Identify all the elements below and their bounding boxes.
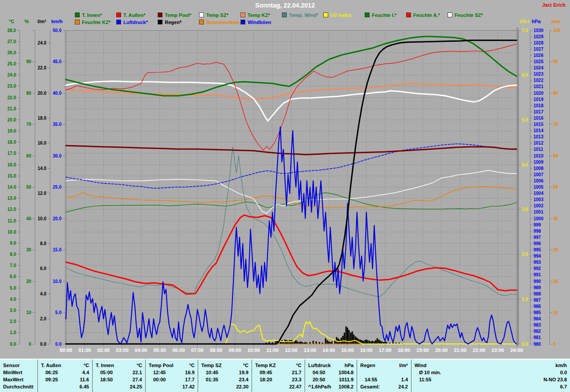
- avg-value: 6.45: [80, 383, 92, 390]
- min-time: Ø 10 min.: [411, 369, 441, 376]
- legend-label: T. Außen*: [123, 12, 146, 18]
- avg-label: [198, 383, 201, 390]
- axis-tick-label-hpa: 1029: [533, 34, 544, 39]
- axis-tick-label-hpa: 1017: [533, 109, 544, 114]
- axis-tick-label-hpa: 1015: [533, 122, 544, 127]
- axis-tick-label-hpa: 1016: [533, 116, 544, 121]
- legend-item-feuchte-a-[interactable]: Feuchte A.*: [406, 12, 440, 19]
- axis-tick-label-hpa: 1007: [533, 172, 544, 177]
- x-axis-label: 24:00: [510, 348, 523, 353]
- axis-tick-label-tempC: 17.0: [8, 151, 16, 156]
- axis-tick-label-lm2: 10.0: [38, 216, 47, 221]
- x-axis-label: 21:00: [454, 348, 466, 353]
- legend-item-feuchte-sz-[interactable]: Feuchte SZ*: [448, 12, 483, 19]
- max-value: 23.4: [239, 376, 252, 383]
- axis-tick-label-min: 100: [553, 28, 561, 33]
- legend-item-regen-[interactable]: Regen*: [158, 20, 182, 26]
- axis-tick-label-kmh: 45.0: [53, 59, 62, 64]
- axis-tick-label-lm2: 6.0: [40, 266, 46, 271]
- app-window: { "title": {"date": "Sonntag, 22.04.2012…: [0, 0, 570, 392]
- axis-tick-label-uv: 6.0: [522, 73, 528, 77]
- legend-item-feuchte-kz-[interactable]: Feuchte KZ*: [75, 20, 110, 26]
- axis-tick-label-tempC: 4.0: [10, 297, 16, 302]
- avg-value: 1008.2: [338, 383, 357, 390]
- axis-tick-label-tempC: 5.0: [10, 286, 16, 291]
- sensor-unit: °C: [189, 362, 198, 369]
- axis-tick-label-tempC: 23.0: [8, 84, 16, 89]
- legend-item-windb-en[interactable]: Windböen: [240, 20, 271, 26]
- axis-tick-label-pct: 20: [26, 279, 32, 284]
- weather-chart: 0.01.02.03.04.05.06.07.08.09.010.011.012…: [0, 0, 570, 359]
- axis-tick-label-hpa: 1019: [533, 97, 544, 102]
- axis-tick-label-hpa: 1009: [533, 160, 544, 165]
- x-axis-label: 09:00: [228, 348, 241, 353]
- axis-tick-label-hpa: 983: [533, 323, 541, 327]
- max-value: 1011.9: [339, 376, 357, 383]
- legend-item-temp-sz-[interactable]: Temp SZ*: [199, 12, 228, 19]
- axis-tick-label-uv: 1.0: [522, 297, 528, 302]
- legend-label: Feuchte I.*: [372, 12, 397, 18]
- legend-item-t-au-en-[interactable]: T. Außen*: [116, 12, 146, 19]
- axis-tick-label-hpa: 995: [533, 247, 541, 252]
- axis-tick-label-hpa: 999: [533, 222, 541, 227]
- legend-item-temp-pool-[interactable]: Temp Pool*: [158, 12, 191, 19]
- max-value: 11.6: [80, 376, 92, 383]
- axis-tick-label-hpa: 1030: [533, 28, 544, 33]
- legend-label: Feuchte A.*: [413, 12, 440, 18]
- x-axis-label: 22:00: [473, 348, 485, 353]
- table-col-t-au-en: T. Außen°C06:254.409:2511.66.45: [38, 360, 93, 392]
- axis-tick-label-hpa: 1013: [533, 134, 544, 139]
- legend-color-swatch: [116, 20, 121, 24]
- legend-item-sonnenschein[interactable]: Sonnenschein: [199, 20, 240, 26]
- axis-tick-label-tempC: 18.0: [8, 140, 16, 145]
- avg-label: [38, 383, 41, 390]
- legend-label: Temp Pool*: [165, 12, 191, 18]
- legend-color-swatch: [158, 20, 163, 24]
- min-time: 05:00: [93, 369, 113, 376]
- x-axis-label: 17:00: [379, 348, 391, 353]
- x-axis-label: 07:00: [191, 348, 204, 353]
- avg-value: 22.30: [236, 383, 252, 390]
- axis-tick-label-kmh: 30.0: [53, 154, 62, 158]
- legend-item-uv-index[interactable]: UV Index: [323, 12, 351, 19]
- legend-row-1: T. Innen*T. Außen*Temp Pool*Temp SZ*Temp…: [0, 12, 570, 19]
- axis-tick-label-pct: 40: [26, 216, 32, 221]
- axis-tick-label-tempC: 7.0: [10, 263, 16, 268]
- legend-label: Feuchte KZ*: [82, 20, 110, 25]
- axis-tick-label-tempC: 9.0: [10, 241, 16, 246]
- axis-tick-label-hpa: 985: [533, 310, 541, 315]
- axis-tick-label-hpa: 1003: [533, 197, 544, 202]
- axis-tick-label-uv: 0.0: [522, 342, 528, 347]
- axis-tick-label-kmh: 10.0: [53, 279, 62, 284]
- legend-item-luftdruck-[interactable]: Luftdruck*: [116, 20, 148, 26]
- x-axis-label: 11:00: [266, 348, 279, 353]
- max-value: N-NO 23.8: [543, 376, 570, 383]
- max-value: 17.7: [185, 376, 198, 383]
- axis-tick-label-lm2: 4.0: [40, 291, 46, 296]
- axis-tick-label-kmh: 15.0: [53, 247, 62, 252]
- axis-tick-label-tempC: 24.0: [8, 73, 16, 77]
- legend-color-swatch: [323, 12, 328, 17]
- axis-tick-label-min: 60: [553, 154, 558, 158]
- table-row-labels: SensorMinWertMaxWertDurchschnitt: [0, 360, 38, 392]
- axis-tick-label-hpa: 1014: [533, 128, 544, 133]
- legend-item-feuchte-i-[interactable]: Feuchte I.*: [365, 12, 397, 19]
- legend-item-temp-wind-[interactable]: Temp. Wind*: [282, 12, 318, 19]
- axis-tick-label-kmh: 25.0: [53, 185, 62, 190]
- avg-value: 22.47: [289, 383, 305, 390]
- axis-tick-label-hpa: 998: [533, 229, 541, 234]
- axis-tick-label-lm2: 0.0: [40, 342, 46, 347]
- axis-tick-label-hpa: 1021: [533, 84, 544, 89]
- legend-label: Sonnenschein: [206, 20, 240, 25]
- x-axis-label: 13:00: [304, 348, 316, 353]
- legend-item-t-innen-[interactable]: T. Innen*: [75, 12, 102, 19]
- legend-item-temp-kz-[interactable]: Temp KZ*: [240, 12, 270, 19]
- x-axis-label: 06:00: [172, 348, 185, 353]
- sensor-name: Wind: [411, 362, 427, 369]
- table-col-wind: Windkm/hØ 10 min.0.011:55N-NO 23.86.7: [411, 360, 570, 392]
- x-axis-label: 05:00: [154, 348, 166, 353]
- avg-label: Gesamt:: [357, 383, 380, 390]
- legend-color-swatch: [365, 12, 370, 17]
- max-time: 20:50: [305, 376, 325, 383]
- axis-tick-label-hpa: 1028: [533, 40, 544, 45]
